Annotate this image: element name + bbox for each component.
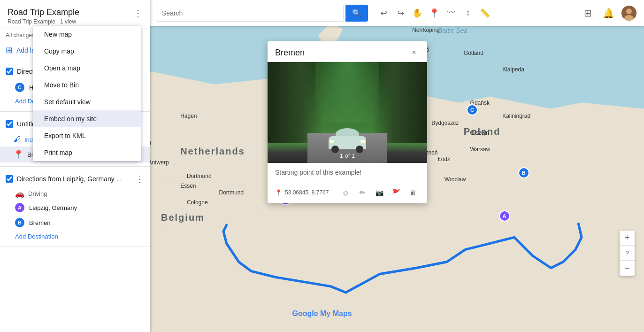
embed-on-site-item[interactable]: Embed on my site <box>33 110 141 127</box>
car-headlight-right <box>360 140 365 143</box>
bremen-badge: B <box>15 218 24 227</box>
hand-icon: ✋ <box>412 8 422 18</box>
add-dest-button-2[interactable]: Add Destination <box>0 230 150 243</box>
leipzig-badge: A <box>15 203 24 212</box>
search-input[interactable] <box>156 5 344 22</box>
paintbrush-icon: 🖌 <box>13 135 21 144</box>
undo-icon: ↩ <box>380 8 387 18</box>
layer3-more-button[interactable]: ⋮ <box>133 173 146 185</box>
toolbar-separator <box>372 6 372 20</box>
popup-footer: 📍 53.06845, 8.7767 ◇ ✏ 📷 🚩 🗑 <box>268 182 427 203</box>
car-headlight-left <box>330 140 334 143</box>
directions-button[interactable]: ↕ <box>460 6 475 21</box>
popup-close-button[interactable]: × <box>408 47 420 58</box>
delete-action-button[interactable]: 🗑 <box>406 186 420 199</box>
popup-description: Starting point of this example! <box>268 163 427 182</box>
redo-button[interactable]: ↪ <box>393 6 408 21</box>
line-button[interactable]: 〰 <box>444 6 459 21</box>
user-avatar[interactable] <box>621 6 636 21</box>
popup-title: Bremen <box>275 48 305 58</box>
more-options-button[interactable]: ⋮ <box>131 8 145 19</box>
help-button[interactable]: ? <box>620 246 635 261</box>
hamburg-c-pin[interactable]: C <box>467 104 478 116</box>
directions-layer-2: Directions from Leipzig, Germany ... ⋮ 🚗… <box>0 167 150 247</box>
map-toolbar: 🔍 ↩ ↪ ✋ 📍 〰 ↕ 📏 <box>150 0 644 26</box>
search-icon: 🔍 <box>352 8 361 17</box>
top-right-icons: ⊞ 🔔 <box>573 0 644 26</box>
print-map-item[interactable]: Print map <box>33 144 141 161</box>
popup-header: Bremen × <box>268 41 427 62</box>
leipzig-dest-item[interactable]: A Leipzig, Germany <box>0 200 150 215</box>
bremen-dest-item[interactable]: B Bremen <box>0 215 150 230</box>
tree-right <box>371 62 427 143</box>
undo-button[interactable]: ↩ <box>376 6 391 21</box>
directions-action-button[interactable]: ◇ <box>339 186 352 199</box>
layers-icon: ⊞ <box>6 45 13 55</box>
open-map-item[interactable]: Open a map <box>33 60 141 77</box>
layer1-checkbox[interactable] <box>6 68 13 75</box>
car-icon: 🚗 <box>15 189 24 198</box>
redo-icon: ↪ <box>397 8 404 18</box>
popup-actions: ◇ ✏ 📷 🚩 🗑 <box>339 186 420 199</box>
car-body <box>329 124 366 148</box>
car-scene <box>268 62 427 163</box>
sidebar-header: Road Trip Example Road Trip Example · 1 … <box>0 0 150 29</box>
export-kml-item[interactable]: Export to KML <box>33 127 141 144</box>
zoom-controls: + ? − <box>620 231 635 276</box>
car-bottom <box>329 136 366 149</box>
map-subtitle: Road Trip Example · 1 view <box>8 18 79 25</box>
light-effect <box>315 62 379 123</box>
layer3-checkbox[interactable] <box>6 175 13 183</box>
driving-item: 🚗 Driving <box>0 187 150 200</box>
search-button[interactable]: 🔍 <box>345 5 368 22</box>
notification-button[interactable]: 🔔 <box>601 6 616 21</box>
pin-icon: 📍 <box>429 8 439 18</box>
google-logo: Google My Maps <box>292 309 352 318</box>
leipzig-a-pin[interactable]: A <box>499 210 510 222</box>
directions-icon: ↕ <box>466 8 470 18</box>
popup-image: 1 of 1 <box>268 62 427 163</box>
ruler-button[interactable]: 📏 <box>477 6 492 21</box>
map-title: Road Trip Example <box>8 8 79 17</box>
grid-button[interactable]: ⊞ <box>580 6 595 21</box>
hand-tool-button[interactable]: ✋ <box>410 6 425 21</box>
photo-action-button[interactable]: 📷 <box>373 186 386 199</box>
zoom-in-button[interactable]: + <box>620 231 635 246</box>
ruler-icon: 📏 <box>480 8 490 18</box>
wolfsburg-b-pin[interactable]: B <box>518 167 529 178</box>
popup-coords: 📍 53.06845, 8.7767 <box>275 189 329 196</box>
line-icon: 〰 <box>447 8 455 18</box>
image-counter: 1 of 1 <box>268 152 427 159</box>
copy-map-item[interactable]: Copy map <box>33 43 141 60</box>
yellow-pin-icon: 📍 <box>13 149 23 160</box>
pin-button[interactable]: 📍 <box>427 6 442 21</box>
new-map-item[interactable]: New map <box>33 26 141 43</box>
move-to-bin-item[interactable]: Move to Bin <box>33 77 141 93</box>
style-action-button[interactable]: 🚩 <box>390 186 403 199</box>
zoom-out-button[interactable]: − <box>620 261 635 276</box>
layer2-checkbox[interactable] <box>6 120 13 128</box>
edit-action-button[interactable]: ✏ <box>356 186 369 199</box>
set-default-view-item[interactable]: Set default view <box>33 93 141 110</box>
svg-point-7 <box>626 8 632 14</box>
bremen-popup: Bremen × 1 of 1 Starting point of this e… <box>268 41 427 203</box>
coords-pin-icon: 📍 <box>275 189 282 196</box>
hamburg-badge: C <box>15 83 24 92</box>
dropdown-menu: New map Copy map Open a map Move to Bin … <box>33 26 141 161</box>
